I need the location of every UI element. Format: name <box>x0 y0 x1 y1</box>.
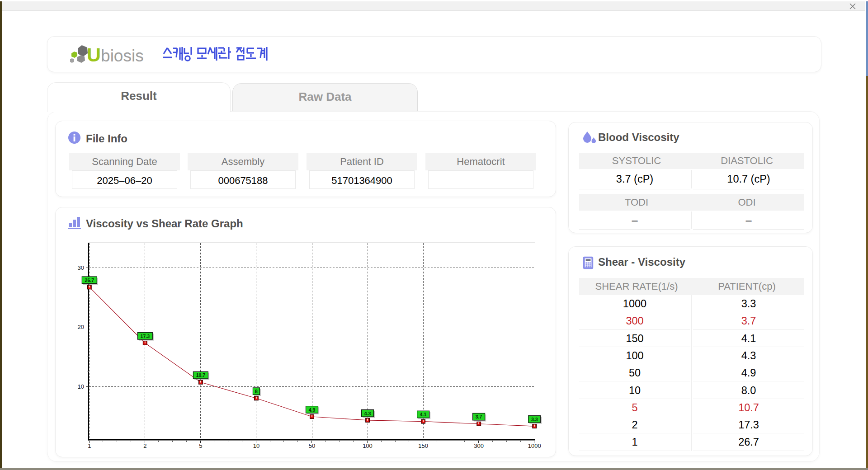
svg-text:150: 150 <box>418 442 428 449</box>
svg-text:50: 50 <box>309 442 315 449</box>
svg-text:3.3: 3.3 <box>531 417 538 422</box>
svg-text:3.7: 3.7 <box>476 414 482 419</box>
svg-text:4.1: 4.1 <box>420 412 427 417</box>
svg-text:30: 30 <box>78 264 84 271</box>
svg-text:2: 2 <box>143 442 146 449</box>
svg-text:10: 10 <box>253 442 259 449</box>
svg-text:20: 20 <box>78 324 84 330</box>
svg-text:10.7: 10.7 <box>196 372 206 378</box>
svg-text:100: 100 <box>363 442 373 449</box>
svg-text:300: 300 <box>474 442 484 449</box>
svg-text:17.3: 17.3 <box>141 334 150 339</box>
svg-text:8: 8 <box>255 389 258 394</box>
svg-text:1: 1 <box>88 442 91 449</box>
svg-text:4.9: 4.9 <box>309 407 316 413</box>
svg-text:10: 10 <box>78 383 84 390</box>
svg-text:26.7: 26.7 <box>85 277 94 283</box>
svg-text:5: 5 <box>199 442 202 449</box>
svg-text:4.3: 4.3 <box>364 411 371 416</box>
svg-text:1000: 1000 <box>528 442 541 449</box>
